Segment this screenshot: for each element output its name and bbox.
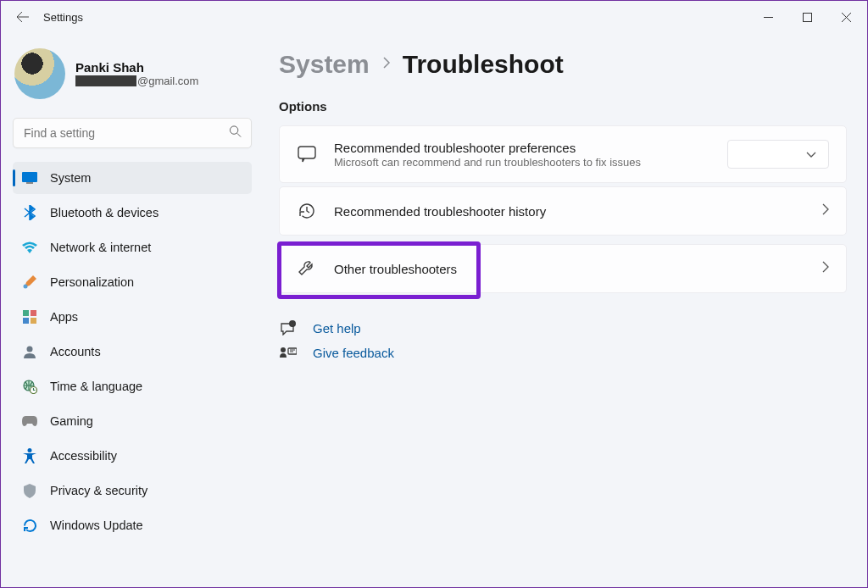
window-title: Settings (43, 11, 83, 24)
content-area: System Troubleshoot Options Recommended … (264, 33, 867, 587)
history-icon (297, 201, 317, 221)
user-name: Panki Shah (75, 60, 198, 75)
get-help-link[interactable]: ? Get help (279, 315, 361, 341)
feedback-icon (279, 347, 298, 360)
shield-icon (21, 482, 38, 499)
card-troubleshooter-history[interactable]: Recommended troubleshooter history (279, 186, 847, 236)
back-button[interactable] (9, 3, 36, 31)
svg-rect-13 (298, 147, 315, 158)
card-other-troubleshooters[interactable]: Other troubleshooters (279, 244, 847, 293)
card-title: Recommended troubleshooter history (334, 204, 804, 219)
sidebar-item-label: Privacy & security (50, 484, 147, 497)
sidebar-item-personalization[interactable]: Personalization (13, 266, 252, 298)
sidebar-item-label: Bluetooth & devices (50, 206, 159, 219)
sidebar-item-label: Accessibility (50, 449, 117, 463)
svg-rect-6 (31, 310, 36, 316)
bluetooth-icon (21, 204, 38, 221)
close-button[interactable] (826, 3, 865, 31)
card-subtitle: Microsoft can recommend and run troubles… (334, 156, 710, 169)
svg-point-16 (281, 347, 286, 352)
sidebar-item-accounts[interactable]: Accounts (13, 336, 252, 368)
search-input[interactable] (13, 118, 252, 148)
breadcrumb: System Troubleshoot (279, 50, 847, 79)
maximize-button[interactable] (787, 3, 826, 31)
breadcrumb-parent[interactable]: System (279, 50, 370, 79)
sidebar-item-privacy[interactable]: Privacy & security (13, 474, 252, 507)
paint-icon (21, 274, 38, 291)
svg-rect-7 (23, 318, 29, 324)
chevron-right-icon (821, 203, 829, 219)
sidebar-item-accessibility[interactable]: Accessibility (13, 440, 252, 472)
card-title: Recommended troubleshooter preferences (334, 141, 710, 155)
gamepad-icon (21, 413, 38, 430)
link-label: Give feedback (313, 346, 394, 360)
person-icon (21, 343, 38, 360)
sidebar-item-label: Accounts (50, 345, 101, 358)
svg-point-12 (28, 448, 32, 452)
sidebar-item-label: Network & internet (50, 241, 151, 254)
help-icon: ? (279, 320, 298, 336)
apps-icon (21, 308, 38, 325)
svg-rect-5 (23, 310, 29, 316)
chevron-right-icon (381, 56, 391, 73)
sidebar-item-update[interactable]: Windows Update (13, 509, 252, 541)
sidebar-item-label: Apps (50, 310, 78, 324)
svg-point-1 (230, 126, 237, 134)
nav-list: System Bluetooth & devices Network & int… (13, 162, 252, 541)
user-email: @gmail.com (75, 75, 198, 87)
svg-point-4 (24, 285, 28, 289)
preferences-dropdown[interactable] (727, 140, 829, 169)
give-feedback-link[interactable]: Give feedback (279, 341, 394, 365)
chevron-right-icon (821, 261, 829, 276)
minimize-button[interactable] (748, 3, 787, 31)
sidebar-item-gaming[interactable]: Gaming (13, 405, 252, 437)
card-troubleshooter-preferences[interactable]: Recommended troubleshooter preferences M… (279, 125, 847, 183)
sidebar: Panki Shah @gmail.com System Bluetooth &… (1, 33, 264, 587)
svg-rect-0 (803, 13, 811, 21)
sidebar-item-label: Time & language (50, 380, 142, 393)
sidebar-item-apps[interactable]: Apps (13, 301, 252, 333)
sidebar-item-system[interactable]: System (13, 162, 252, 194)
svg-rect-3 (26, 182, 33, 184)
link-label: Get help (313, 321, 361, 336)
accessibility-icon (21, 447, 38, 464)
sidebar-item-label: System (50, 171, 91, 185)
update-icon (21, 517, 38, 534)
card-title: Other troubleshooters (334, 262, 804, 276)
sidebar-item-label: Windows Update (50, 519, 143, 532)
sidebar-item-network[interactable]: Network & internet (13, 231, 252, 263)
search-icon (229, 125, 242, 141)
chat-icon (297, 144, 317, 164)
globe-clock-icon (21, 378, 38, 395)
svg-rect-8 (31, 318, 36, 324)
wrench-icon (297, 258, 317, 279)
wifi-icon (21, 239, 38, 256)
svg-point-9 (27, 347, 33, 352)
section-label-options: Options (279, 99, 847, 114)
sidebar-item-time-language[interactable]: Time & language (13, 370, 252, 402)
chevron-down-icon (806, 147, 816, 162)
svg-rect-2 (22, 172, 37, 182)
display-icon (21, 169, 38, 186)
titlebar: Settings (1, 1, 867, 33)
breadcrumb-current: Troubleshoot (403, 50, 564, 79)
user-account-block[interactable]: Panki Shah @gmail.com (13, 38, 252, 113)
sidebar-item-bluetooth[interactable]: Bluetooth & devices (13, 197, 252, 229)
search-field[interactable] (13, 118, 252, 148)
sidebar-item-label: Gaming (50, 414, 93, 428)
avatar (14, 48, 65, 99)
sidebar-item-label: Personalization (50, 275, 134, 289)
